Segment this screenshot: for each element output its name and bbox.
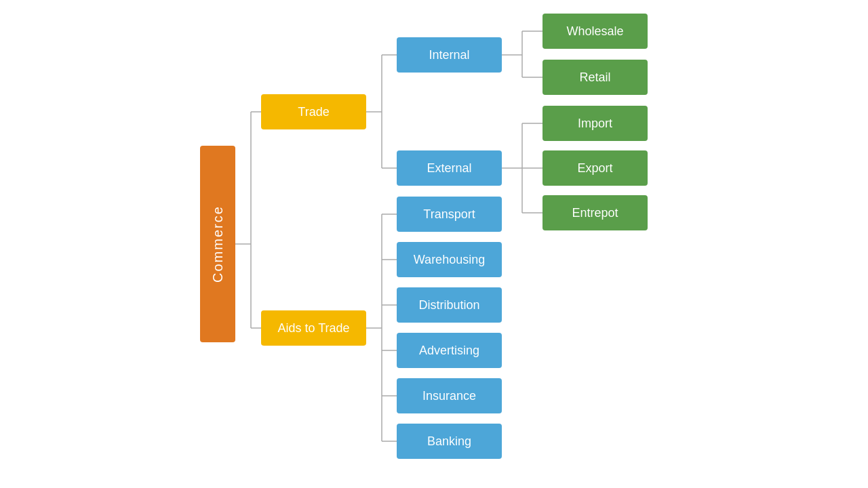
insurance-node: Insurance (397, 378, 502, 413)
external-node: External (397, 150, 502, 186)
wholesale-node: Wholesale (542, 14, 648, 49)
commerce-node: Commerce (200, 146, 235, 342)
trade-node: Trade (261, 94, 366, 129)
advertising-node: Advertising (397, 333, 502, 368)
entrepot-node: Entrepot (542, 195, 648, 230)
internal-node: Internal (397, 37, 502, 73)
aids-to-trade-node: Aids to Trade (261, 310, 366, 346)
banking-node: Banking (397, 424, 502, 459)
distribution-node: Distribution (397, 287, 502, 323)
diagram: Commerce Trade Aids to Trade Internal Ex… (0, 0, 868, 488)
import-node: Import (542, 106, 648, 141)
transport-node: Transport (397, 197, 502, 232)
export-node: Export (542, 150, 648, 186)
retail-node: Retail (542, 60, 648, 95)
warehousing-node: Warehousing (397, 242, 502, 277)
